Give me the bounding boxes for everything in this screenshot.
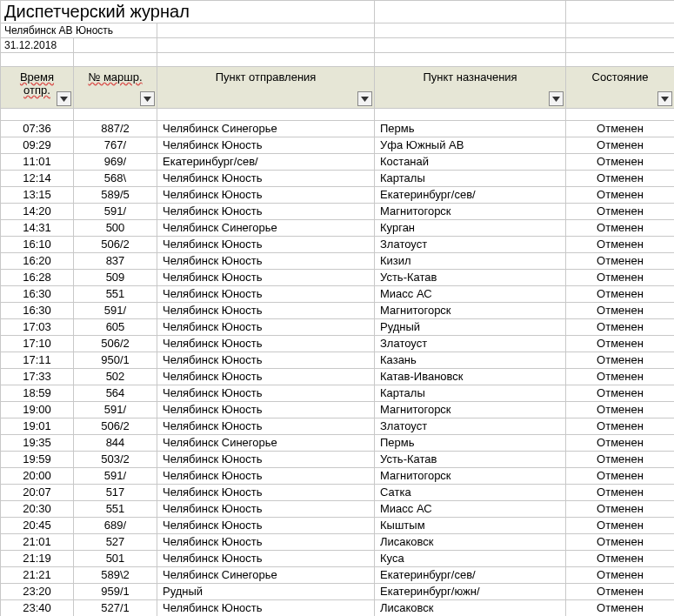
cell-status: Отменен [566, 171, 674, 187]
table-row: 17:33502Челябинск ЮностьКатав-ИвановскОт… [1, 369, 675, 385]
table-row: 21:21589\2Челябинск СинегорьеЕкатеринбур… [1, 567, 675, 584]
chevron-down-icon [661, 97, 669, 102]
cell-departure: Челябинск Юность [157, 468, 375, 485]
table-row: 07:36887/2Челябинск СинегорьеПермьОтмене… [1, 121, 675, 137]
cell-route: 551 [74, 286, 157, 303]
cell-destination: Екатеринбург/сев/ [375, 187, 566, 204]
svg-marker-3 [552, 97, 560, 102]
cell-time: 16:20 [1, 253, 74, 270]
cell-destination: Лисаковск [375, 534, 566, 551]
col-header-time: Времяотпр. [1, 67, 74, 109]
cell-departure: Челябинск Юность [157, 518, 375, 534]
table-row: 21:01527Челябинск ЮностьЛисаковскОтменен [1, 534, 675, 551]
cell-destination: Катав-Ивановск [375, 369, 566, 385]
cell-time: 12:14 [1, 171, 74, 187]
cell-destination: Магнитогорск [375, 402, 566, 418]
table-row: 23:40527/1Челябинск ЮностьЛисаковскОтмен… [1, 600, 675, 617]
cell-departure: Челябинск Юность [157, 385, 375, 402]
cell-destination: Усть-Катав [375, 270, 566, 286]
cell-status: Отменен [566, 418, 674, 435]
cell-route: 527/1 [74, 600, 157, 617]
filter-button-destination[interactable] [549, 91, 564, 106]
cell-time: 20:07 [1, 485, 74, 501]
table-row: 19:35844Челябинск СинегорьеПермьОтменен [1, 435, 675, 452]
cell-status: Отменен [566, 567, 674, 584]
cell-route: 527 [74, 534, 157, 551]
cell-departure: Челябинск Юность [157, 187, 375, 204]
cell-destination: Кизил [375, 253, 566, 270]
chevron-down-icon [143, 97, 151, 102]
cell-route: 767/ [74, 137, 157, 154]
table-row: 17:10506/2Челябинск ЮностьЗлатоустОтмене… [1, 336, 675, 352]
table-row: 17:11950/1Челябинск ЮностьКазаньОтменен [1, 352, 675, 369]
cell-destination: Пермь [375, 121, 566, 137]
filter-button-route[interactable] [140, 91, 155, 106]
cell-departure: Екатеринбург/сев/ [157, 154, 375, 171]
cell-route: 591/ [74, 303, 157, 319]
station-name: Челябинск АВ Юность [1, 23, 157, 38]
cell-departure: Челябинск Юность [157, 369, 375, 385]
cell-route: 506/2 [74, 418, 157, 435]
cell-departure: Челябинск Юность [157, 270, 375, 286]
table-row: 20:45689/Челябинск ЮностьКыштымОтменен [1, 518, 675, 534]
cell-time: 17:33 [1, 369, 74, 385]
cell-time: 16:30 [1, 286, 74, 303]
cell-route: 950/1 [74, 352, 157, 369]
cell-time: 18:59 [1, 385, 74, 402]
cell-time: 17:03 [1, 319, 74, 336]
cell-destination: Карталы [375, 171, 566, 187]
cell-time: 21:21 [1, 567, 74, 584]
cell-time: 19:59 [1, 452, 74, 468]
filter-button-status[interactable] [657, 91, 672, 106]
cell-route: 969/ [74, 154, 157, 171]
cell-route: 959/1 [74, 584, 157, 600]
cell-status: Отменен [566, 452, 674, 468]
chevron-down-icon [552, 97, 560, 102]
date-row: 31.12.2018 [1, 38, 675, 53]
cell-status: Отменен [566, 518, 674, 534]
cell-destination: Магнитогорск [375, 204, 566, 220]
cell-status: Отменен [566, 435, 674, 452]
table-row: 19:59503/2Челябинск ЮностьУсть-КатавОтме… [1, 452, 675, 468]
cell-destination: Курган [375, 220, 566, 237]
cell-departure: Челябинск Юность [157, 253, 375, 270]
cell-status: Отменен [566, 352, 674, 369]
col-header-status: Состояние [566, 67, 674, 109]
cell-route: 506/2 [74, 336, 157, 352]
filter-button-time[interactable] [57, 91, 71, 106]
cell-destination: Куса [375, 551, 566, 567]
cell-destination: Миасс АС [375, 501, 566, 518]
cell-destination: Казань [375, 352, 566, 369]
station-row: Челябинск АВ Юность [1, 23, 675, 38]
cell-status: Отменен [566, 369, 674, 385]
cell-status: Отменен [566, 501, 674, 518]
cell-route: 887/2 [74, 121, 157, 137]
cell-departure: Челябинск Юность [157, 237, 375, 253]
cell-status: Отменен [566, 237, 674, 253]
cell-departure: Челябинск Юность [157, 452, 375, 468]
cell-departure: Челябинск Юность [157, 137, 375, 154]
cell-destination: Уфа Южный АВ [375, 137, 566, 154]
cell-time: 17:10 [1, 336, 74, 352]
table-row: 16:30591/Челябинск ЮностьМагнитогорскОтм… [1, 303, 675, 319]
cell-time: 19:01 [1, 418, 74, 435]
cell-route: 509 [74, 270, 157, 286]
table-row: 13:15589/5Челябинск ЮностьЕкатеринбург/с… [1, 187, 675, 204]
filter-button-departure[interactable] [357, 91, 372, 106]
cell-route: 506/2 [74, 237, 157, 253]
cell-status: Отменен [566, 319, 674, 336]
cell-route: 589/5 [74, 187, 157, 204]
cell-departure: Челябинск Юность [157, 171, 375, 187]
cell-departure: Челябинск Синегорье [157, 567, 375, 584]
cell-departure: Челябинск Синегорье [157, 220, 375, 237]
cell-time: 11:01 [1, 154, 74, 171]
cell-departure: Челябинск Юность [157, 534, 375, 551]
chevron-down-icon [60, 97, 68, 102]
cell-route: 501 [74, 551, 157, 567]
dispatch-log-table: Диспетчерский журнал Челябинск АВ Юность… [0, 0, 674, 616]
cell-status: Отменен [566, 402, 674, 418]
cell-route: 517 [74, 485, 157, 501]
table-row: 12:14568\Челябинск ЮностьКарталыОтменен [1, 171, 675, 187]
col-header-destination: Пункт назначения [375, 67, 566, 109]
table-row: 14:31500Челябинск СинегорьеКурганОтменен [1, 220, 675, 237]
